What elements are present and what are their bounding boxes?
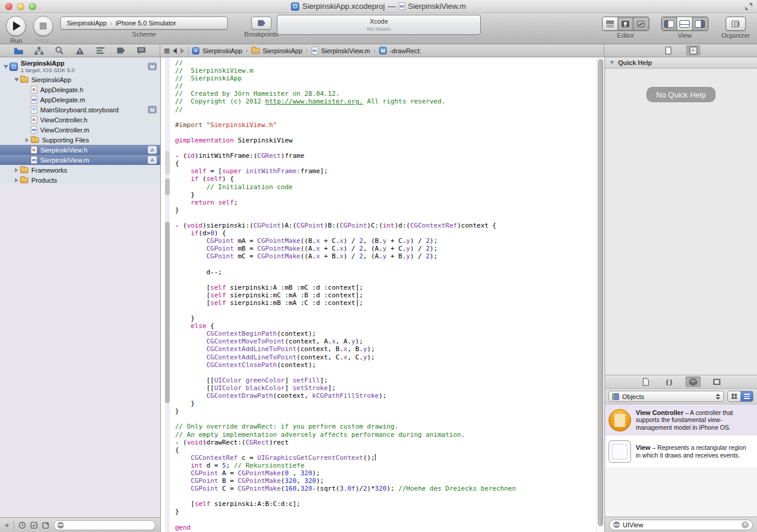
crumb-separator: › xyxy=(374,47,376,54)
code-snippets-library-button[interactable]: { } xyxy=(662,377,677,387)
navigator-row-frameworks[interactable]: Frameworks xyxy=(0,165,160,175)
library-item-view-controller[interactable]: View Controller – A controller that supp… xyxy=(605,404,757,436)
version-editor-button[interactable] xyxy=(633,17,649,30)
add-button[interactable]: + xyxy=(5,521,9,529)
media-library-button[interactable] xyxy=(709,377,724,387)
run-button[interactable] xyxy=(6,16,26,36)
quick-help-inspector-button[interactable]: ≈ xyxy=(686,46,700,56)
assistant-editor-button[interactable] xyxy=(618,17,633,30)
scm-status-icon[interactable] xyxy=(30,521,38,529)
navigator-tab-debug-navigator[interactable] xyxy=(95,46,106,56)
library-item-text: View Controller – A controller that supp… xyxy=(636,409,752,432)
objects-library-button[interactable] xyxy=(685,377,701,387)
navigator-tab-issue-navigator[interactable] xyxy=(74,46,86,56)
crumb-separator: › xyxy=(246,47,248,54)
dropdown-arrows-icon xyxy=(716,394,720,400)
editor-label: Editor xyxy=(617,32,634,39)
minimize-window-button[interactable] xyxy=(17,3,24,10)
quick-help-header[interactable]: Quick Help xyxy=(605,57,757,69)
disclosure-triangle-icon[interactable] xyxy=(610,61,614,64)
related-items-icon[interactable]: ▦ xyxy=(164,47,169,54)
jumpbar-crumb-method[interactable]: M-drawRect: xyxy=(379,47,421,54)
file-label: Frameworks xyxy=(31,167,157,174)
library-filter-row: Objects xyxy=(605,389,757,404)
navigator-row-sierpinskiview-m[interactable]: mSierpinskiView.mA xyxy=(0,155,160,165)
navigation-bars: ▦ SierpinskiApp›SierpinskiApp›mSierpinsk… xyxy=(0,44,757,57)
disclosure-triangle-icon[interactable] xyxy=(13,178,20,183)
file-label: ViewController.m xyxy=(40,126,157,134)
scheme-label: Scheme xyxy=(132,31,156,38)
navigator-selector-bar xyxy=(0,44,160,57)
stop-label: Stop xyxy=(37,37,50,44)
version-editor-icon xyxy=(637,21,645,27)
navigator-tab-project-navigator[interactable] xyxy=(12,46,24,56)
zoom-window-button[interactable] xyxy=(29,3,36,10)
folder-icon xyxy=(20,77,28,83)
disclosure-triangle-icon[interactable] xyxy=(13,168,20,173)
scheme-target: SierpinskiApp xyxy=(67,20,106,27)
list-view-button[interactable] xyxy=(740,391,753,401)
implementation-file-icon: m xyxy=(31,96,37,103)
file-inspector-button[interactable] xyxy=(661,46,675,56)
navigator-tab-log-navigator[interactable] xyxy=(135,46,147,56)
main-toolbar: Run Stop SierpinskiApp › iPhone 5.0 Simu… xyxy=(0,13,757,44)
navigator-filter-field[interactable] xyxy=(54,520,156,530)
file-label: SierpinskiView.m xyxy=(40,157,148,164)
navigator-row-appdelegate-m[interactable]: mAppDelegate.m xyxy=(0,95,160,105)
organizer-button[interactable] xyxy=(726,17,746,31)
back-button[interactable] xyxy=(173,48,177,54)
navigator-filter-bar: + xyxy=(0,517,160,532)
navigator-panel-icon xyxy=(664,20,674,28)
crumb-label: -drawRect: xyxy=(390,47,421,54)
grid-view-button[interactable] xyxy=(728,391,740,401)
breakpoints-button[interactable] xyxy=(251,17,271,30)
jumpbar-crumb-project[interactable]: SierpinskiApp xyxy=(192,47,242,54)
editor-gutter[interactable] xyxy=(161,57,175,532)
crumb-label: SierpinskiView.m xyxy=(321,47,370,54)
navigator-row-mainstoryboard-storyboard[interactable]: MainStoryboard.storyboardM xyxy=(0,105,160,115)
navigator-row-products[interactable]: Products xyxy=(0,175,160,185)
disclosure-triangle-icon[interactable] xyxy=(24,138,31,142)
navigator-row-viewcontroller-h[interactable]: hViewController.h xyxy=(0,115,160,125)
project-navigator-panel: SierpinskiApp1 target, iOS SDK 5.0MSierp… xyxy=(0,57,161,532)
play-icon xyxy=(13,21,21,31)
navigator-row-viewcontroller-m[interactable]: mViewController.m xyxy=(0,125,160,135)
stop-button[interactable] xyxy=(33,16,53,36)
navigator-row-supporting-files[interactable]: Supporting Files xyxy=(0,135,160,145)
stop-icon xyxy=(40,22,47,30)
standard-editor-button[interactable] xyxy=(603,17,618,30)
library-group-dropdown[interactable]: Objects xyxy=(609,391,724,402)
navigator-row-sierpinskiapp[interactable]: SierpinskiApp1 target, iOS SDK 5.0M xyxy=(0,59,160,74)
jumpbar-crumb-file-m[interactable]: mSierpinskiView.m xyxy=(312,47,370,54)
disclosure-triangle-icon[interactable] xyxy=(2,65,9,69)
disclosure-triangle-icon[interactable] xyxy=(13,78,20,82)
window-title-project: SierpinskiApp.xcodeproj xyxy=(302,2,384,11)
jumpbar-crumb-folder[interactable]: SierpinskiApp xyxy=(251,47,302,54)
navigator-tab-search-navigator[interactable] xyxy=(53,46,65,56)
forward-button[interactable] xyxy=(180,48,185,54)
unsaved-files-icon[interactable] xyxy=(42,521,50,529)
toggle-utilities-button[interactable] xyxy=(693,17,708,30)
toggle-debug-area-button[interactable] xyxy=(677,17,693,30)
navigator-tab-breakpoint-navigator[interactable] xyxy=(115,46,127,56)
navigator-row-sierpinskiapp[interactable]: SierpinskiApp xyxy=(0,74,160,85)
header-file-icon: h xyxy=(31,116,37,124)
navigator-tab-symbol-navigator[interactable] xyxy=(33,46,45,56)
close-window-button[interactable] xyxy=(5,3,12,10)
navigator-row-sierpinskiview-h[interactable]: hSierpinskiView.hA xyxy=(0,145,160,155)
xcodeproj-icon xyxy=(192,47,199,54)
code-text[interactable]: //// SierpinskiView.m// SierpinskiApp///… xyxy=(175,57,596,532)
breakpoints-label: Breakpoints xyxy=(244,31,279,38)
clear-search-icon[interactable]: ✕ xyxy=(742,521,749,528)
file-templates-library-button[interactable] xyxy=(638,377,654,387)
file-label: Products xyxy=(31,177,157,184)
fullscreen-icon[interactable] xyxy=(745,3,752,10)
recent-files-icon[interactable] xyxy=(18,521,26,529)
scrollbar-thumb[interactable] xyxy=(598,59,603,526)
navigator-row-appdelegate-h[interactable]: hAppDelegate.h xyxy=(0,85,160,95)
library-item-view[interactable]: View – Represents a rectangular region i… xyxy=(605,436,757,467)
toggle-navigator-button[interactable] xyxy=(662,17,677,30)
library-search-field[interactable]: UIView ✕ xyxy=(609,520,753,530)
editor-scrollbar[interactable] xyxy=(596,57,604,532)
scheme-selector[interactable]: SierpinskiApp › iPhone 5.0 Simulator xyxy=(60,17,228,30)
